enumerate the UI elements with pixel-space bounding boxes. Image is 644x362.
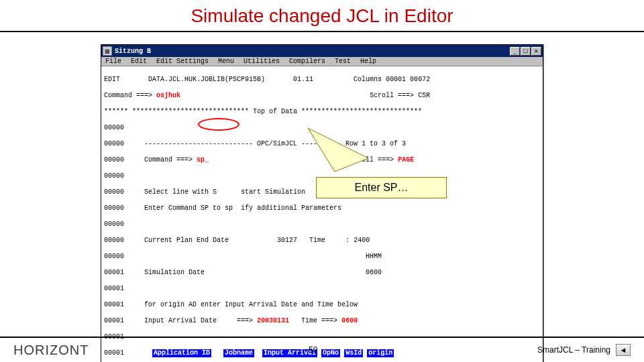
callout-box: Enter SP… xyxy=(316,177,447,198)
line-number: 00000 xyxy=(104,204,136,213)
slide-title: Simulate changed JCL in Editor xyxy=(0,0,644,31)
line-number: 00000 xyxy=(104,172,136,180)
line-number: 00000 xyxy=(104,237,136,245)
footer-product: SmartJCL – Training xyxy=(537,345,610,355)
panel-cmd-input[interactable]: sp_ xyxy=(197,156,209,164)
menu-edit[interactable]: Edit xyxy=(131,58,147,65)
terminal-window: ▦ Sitzung B _ ☐ ✕ File Edit Edit Setting… xyxy=(101,44,543,362)
editor-mode: EDIT xyxy=(104,76,120,84)
footer-page-number: 50 xyxy=(89,345,537,355)
line-number: 00000 xyxy=(104,188,136,196)
cp-date: 30127 xyxy=(269,237,297,245)
line-number: 00000 xyxy=(104,124,136,132)
line-number: 00000 xyxy=(104,140,136,148)
origin-instr: for origin AD enter Input Arrival Date a… xyxy=(144,301,358,309)
hhmm-label: HHMM xyxy=(366,253,382,261)
app-icon: ▦ xyxy=(103,46,112,56)
menu-help[interactable]: Help xyxy=(360,58,376,65)
line-number: 00000 xyxy=(104,156,136,164)
menu-test[interactable]: Test xyxy=(335,58,351,65)
panel-instr1: Select line with S start Simulation xyxy=(144,188,305,196)
line-number: 00001 xyxy=(104,285,136,293)
menu-utilities[interactable]: Utilities xyxy=(244,58,280,65)
close-button[interactable]: ✕ xyxy=(531,47,541,56)
iad-time-label: Time ===> xyxy=(301,317,337,325)
editor-dataset: DATA.JCL.HUK.JOBLIB(PSCP915B) xyxy=(148,76,265,84)
iad-date[interactable]: 20030131 xyxy=(257,317,289,325)
panel-scroll-value[interactable]: PAGE xyxy=(398,156,414,164)
editor-pos: 01.11 xyxy=(293,76,313,84)
title-rule xyxy=(0,31,644,32)
scroll-value[interactable]: CSR xyxy=(418,92,430,100)
line-number: 00001 xyxy=(104,317,136,325)
maximize-button[interactable]: ☐ xyxy=(521,47,531,56)
menu-file[interactable]: File xyxy=(105,58,121,65)
iad-time[interactable]: 0600 xyxy=(341,317,358,325)
cp-label: Current Plan End Date xyxy=(144,237,229,245)
callout-text: Enter SP… xyxy=(354,184,408,192)
minimize-button[interactable]: _ xyxy=(510,47,520,56)
panel-instr2: Enter Command SP to sp ify additional Pa… xyxy=(144,204,341,213)
editor-cols: Columns 00001 00072 xyxy=(354,76,430,84)
iad-label: Input Arrival Date ===> xyxy=(144,317,253,325)
cp-time-label: Time : xyxy=(309,237,350,245)
scroll-label: Scroll ===> xyxy=(370,92,414,100)
terminal-body[interactable]: EDIT DATA.JCL.HUK.JOBLIB(PSCP915B) 01.11… xyxy=(101,66,543,362)
top-of-data: ****** ***************************** Top… xyxy=(104,108,540,116)
line-number: 00001 xyxy=(104,301,136,309)
panel-cmd-label: Command ===> xyxy=(144,156,193,164)
line-number: 00000 xyxy=(104,253,136,261)
menu-compilers[interactable]: Compilers xyxy=(289,58,325,65)
footer-brand: HORIZONT xyxy=(13,343,89,358)
slide-footer: HORIZONT 50 SmartJCL – Training ◄ xyxy=(0,337,644,362)
menu-edit-settings[interactable]: Edit Settings xyxy=(156,58,209,65)
line-number: 00001 xyxy=(104,269,136,277)
window-title: Sitzung B xyxy=(115,48,510,55)
sim-time: 0600 xyxy=(366,269,382,277)
menu-menu[interactable]: Menu xyxy=(218,58,234,65)
prev-slide-button[interactable]: ◄ xyxy=(616,344,631,356)
line-number: 00000 xyxy=(104,221,136,229)
command-input[interactable]: osjhuk xyxy=(156,92,180,100)
command-label: Command ===> xyxy=(104,92,152,100)
svg-marker-0 xyxy=(308,128,368,172)
menubar: File Edit Edit Settings Menu Utilities C… xyxy=(101,57,543,66)
window-titlebar[interactable]: ▦ Sitzung B _ ☐ ✕ xyxy=(101,45,543,57)
cp-time: 2400 xyxy=(354,237,370,245)
sim-label: Simulation Date xyxy=(144,269,205,277)
